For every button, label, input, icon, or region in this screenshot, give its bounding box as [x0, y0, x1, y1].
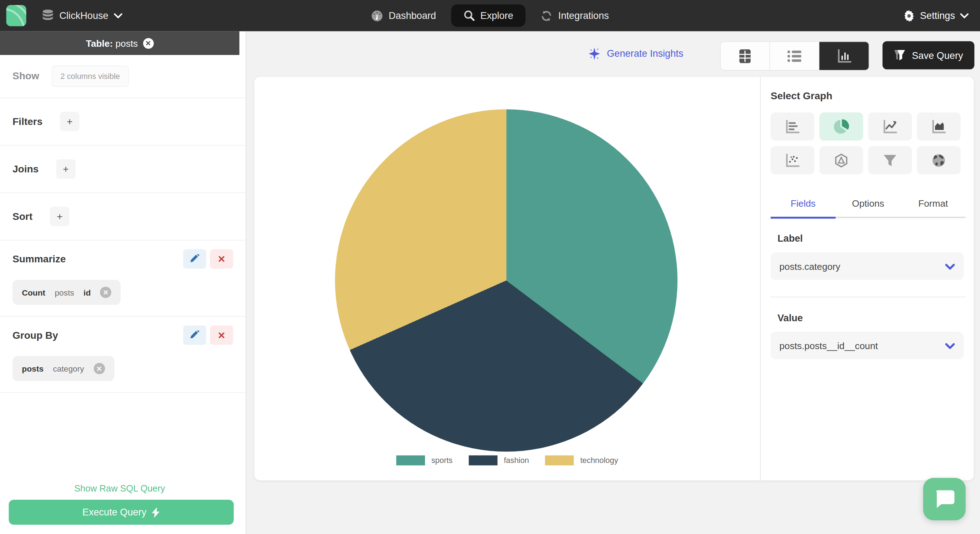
results-card: sportsfashiontechnology Select Graph — [254, 77, 974, 480]
remove-chip-icon[interactable]: ✕ — [94, 363, 105, 374]
area-chart-icon — [931, 119, 947, 134]
sort-label: Sort — [13, 211, 32, 222]
table-ref: posts — [22, 364, 44, 373]
generate-insights-button[interactable]: Generate Insights — [587, 47, 683, 61]
remove-summarize-button[interactable]: ✕ — [210, 249, 233, 269]
funnel-icon — [894, 49, 906, 61]
select-graph-title: Select Graph — [771, 91, 974, 102]
chevron-down-icon — [114, 13, 123, 19]
chat-widget-button[interactable] — [923, 478, 966, 520]
columns-visible-chip[interactable]: 2 columns visible — [52, 66, 129, 87]
search-icon — [464, 10, 475, 21]
graph-type-geo-button[interactable] — [917, 146, 961, 175]
nav-item-label: Dashboard — [388, 10, 436, 21]
remove-group-by-button[interactable]: ✕ — [210, 326, 233, 345]
label-field-dropdown[interactable]: posts.category — [771, 253, 964, 280]
show-section: Show 2 columns visible — [0, 55, 246, 98]
pie-chart[interactable] — [335, 109, 678, 451]
show-label: Show — [13, 71, 39, 82]
settings-tabs: Fields Options Format — [771, 198, 966, 217]
view-toggle-group — [720, 41, 869, 71]
settings-menu[interactable]: Settings — [903, 10, 969, 21]
remove-table-button[interactable]: ✕ — [143, 38, 154, 49]
graph-type-line-button[interactable] — [868, 113, 912, 141]
graph-type-funnel-button[interactable] — [868, 146, 912, 175]
show-raw-sql-link[interactable]: Show Raw SQL Query — [0, 484, 239, 494]
legend-label: sports — [431, 456, 453, 465]
funnel-chart-icon — [883, 154, 897, 166]
graph-type-area-button[interactable] — [917, 113, 961, 141]
legend-swatch — [546, 456, 574, 466]
nav-item-explore[interactable]: Explore — [451, 4, 526, 27]
query-builder-sidebar: Table: posts ✕ Show 2 columns visible Fi… — [0, 32, 247, 534]
brand[interactable]: ClickHouse — [6, 5, 123, 26]
top-navbar: ClickHouse Dashboard — [0, 0, 980, 32]
legend-swatch — [469, 456, 498, 466]
joins-label: Joins — [13, 164, 38, 175]
table-view-button[interactable] — [721, 42, 770, 70]
nav-item-label: Explore — [480, 10, 513, 21]
line-chart-icon — [883, 119, 897, 134]
column-ref: category — [53, 364, 84, 373]
database-icon — [42, 9, 54, 22]
brand-name: ClickHouse — [59, 10, 108, 21]
save-query-label: Save Query — [912, 49, 963, 61]
group-by-label: Group By — [13, 329, 58, 341]
list-view-icon — [787, 49, 802, 62]
table-header: Table: posts ✕ — [0, 32, 239, 55]
label-field-value: posts.category — [779, 261, 840, 272]
generate-insights-label: Generate Insights — [607, 48, 683, 60]
table-header-prefix: Table: — [86, 38, 113, 49]
sync-icon — [541, 10, 552, 21]
summarize-label: Summarize — [13, 253, 66, 265]
horizontal-bar-chart-icon — [785, 119, 800, 134]
execute-query-button[interactable]: Execute Query — [9, 500, 234, 525]
tab-format[interactable]: Format — [901, 198, 966, 217]
legend-item-fashion[interactable]: fashion — [469, 456, 529, 466]
nav-item-integrations[interactable]: Integrations — [532, 5, 618, 26]
remove-chip-icon[interactable]: ✕ — [100, 287, 111, 298]
add-join-button[interactable]: + — [56, 159, 75, 178]
legend-item-sports[interactable]: sports — [396, 456, 453, 466]
lightning-icon — [152, 507, 161, 518]
chart-view-button[interactable] — [819, 42, 869, 70]
add-filter-button[interactable]: + — [60, 112, 79, 131]
execute-query-label: Execute Query — [83, 507, 146, 518]
label-field-heading: Label — [778, 233, 974, 245]
legend-swatch — [396, 456, 425, 466]
graph-settings-panel: Select Graph — [771, 77, 974, 480]
table-view-icon — [738, 49, 752, 64]
aggregate-name: Count — [22, 288, 45, 297]
chat-bubble-icon — [934, 489, 955, 509]
group-by-chip[interactable]: posts category ✕ — [13, 356, 114, 381]
nav-item-dashboard[interactable]: Dashboard — [363, 5, 445, 26]
graph-type-radar-button[interactable] — [819, 146, 863, 175]
active-tab-underline — [771, 216, 836, 218]
graph-type-horizontal-bar-button[interactable] — [771, 113, 815, 141]
sparkle-icon — [587, 47, 601, 61]
list-view-button[interactable] — [770, 42, 819, 70]
add-sort-button[interactable]: + — [50, 207, 69, 226]
summarize-chip[interactable]: Count posts id ✕ — [13, 280, 121, 305]
gauge-icon — [371, 10, 383, 21]
tab-fields[interactable]: Fields — [771, 198, 836, 217]
value-field-heading: Value — [778, 312, 974, 324]
tab-options[interactable]: Options — [836, 198, 901, 217]
graph-type-scatter-button[interactable] — [771, 146, 815, 175]
filters-section: Filters + — [0, 98, 246, 146]
joins-section: Joins + — [0, 146, 246, 193]
column-ref: id — [84, 288, 91, 297]
tab-track — [771, 217, 966, 218]
panel-divider — [760, 77, 761, 480]
app-logo — [6, 5, 26, 26]
graph-type-pie-button[interactable] — [819, 113, 863, 141]
table-name: posts — [115, 38, 138, 49]
filters-label: Filters — [13, 116, 43, 127]
edit-summarize-button[interactable] — [183, 249, 207, 269]
edit-group-by-button[interactable] — [183, 326, 207, 345]
save-query-button[interactable]: Save Query — [883, 41, 974, 70]
section-divider — [771, 297, 966, 297]
value-field-dropdown[interactable]: posts.posts__id__count — [771, 332, 964, 359]
legend-item-technology[interactable]: technology — [546, 456, 618, 466]
gear-icon — [903, 10, 915, 21]
